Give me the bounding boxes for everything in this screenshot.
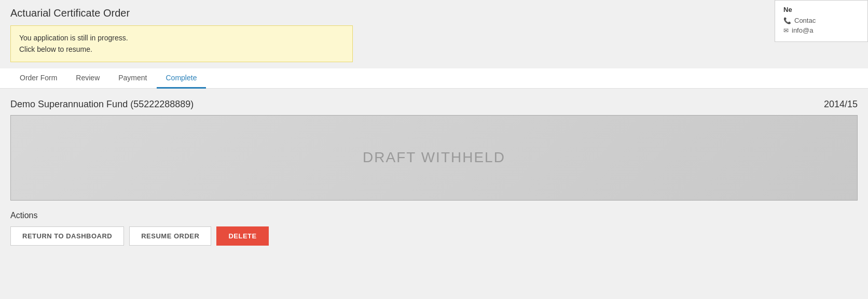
- resume-order-button[interactable]: RESUME ORDER: [129, 226, 211, 246]
- tab-review[interactable]: Review: [66, 68, 109, 89]
- actions-label: Actions: [10, 211, 858, 220]
- contact-row: Contac: [783, 17, 859, 24]
- delete-button[interactable]: DELETE: [216, 226, 268, 246]
- fund-name: Demo Superannuation Fund (55222288889): [10, 99, 194, 110]
- draft-withheld-box: DRAFT WITHHELD: [10, 115, 858, 201]
- email-row: info@a: [783, 26, 859, 34]
- notification-box: You application is still in progress. Cl…: [10, 25, 353, 62]
- main-content: Demo Superannuation Fund (55222288889) 2…: [0, 89, 868, 256]
- page-title: Actuarial Certificate Order: [0, 0, 868, 23]
- actions-section: Actions RETURN TO DASHBOARD RESUME ORDER…: [10, 211, 858, 246]
- page-wrapper: Ne Contac info@a Actuarial Certificate O…: [0, 0, 868, 299]
- panel-title: Ne: [783, 6, 859, 13]
- contact-label: Contac: [794, 17, 816, 24]
- tabs-container: Order Form Review Payment Complete: [0, 68, 868, 89]
- tab-complete[interactable]: Complete: [157, 68, 206, 89]
- email-label: info@a: [792, 26, 813, 34]
- notification-line2: Click below to resume.: [19, 44, 344, 55]
- fund-header: Demo Superannuation Fund (55222288889) 2…: [10, 99, 858, 110]
- phone-icon: [783, 17, 791, 24]
- email-icon: [783, 26, 789, 34]
- fund-year: 2014/15: [824, 99, 858, 110]
- return-to-dashboard-button[interactable]: RETURN TO DASHBOARD: [10, 226, 124, 246]
- tab-payment[interactable]: Payment: [109, 68, 156, 89]
- notification-line1: You application is still in progress.: [19, 32, 344, 44]
- actions-buttons: RETURN TO DASHBOARD RESUME ORDER DELETE: [10, 226, 858, 246]
- draft-withheld-text: DRAFT WITHHELD: [363, 149, 505, 166]
- tab-order-form[interactable]: Order Form: [10, 68, 66, 89]
- top-right-panel: Ne Contac info@a: [775, 0, 868, 42]
